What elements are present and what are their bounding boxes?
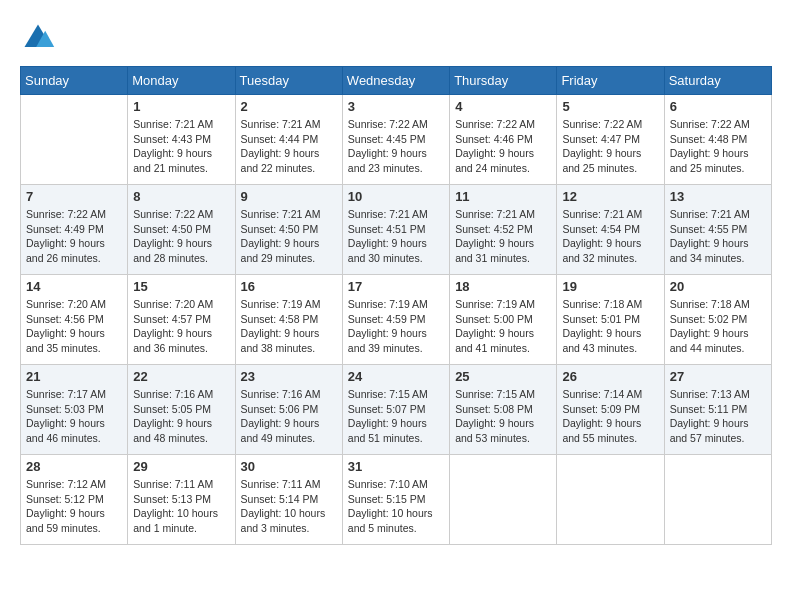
- calendar-cell: 17Sunrise: 7:19 AMSunset: 4:59 PMDayligh…: [342, 275, 449, 365]
- day-info: Sunrise: 7:19 AMSunset: 4:58 PMDaylight:…: [241, 297, 337, 356]
- day-info: Sunrise: 7:21 AMSunset: 4:44 PMDaylight:…: [241, 117, 337, 176]
- calendar-cell: 14Sunrise: 7:20 AMSunset: 4:56 PMDayligh…: [21, 275, 128, 365]
- calendar-header-sunday: Sunday: [21, 67, 128, 95]
- day-info: Sunrise: 7:14 AMSunset: 5:09 PMDaylight:…: [562, 387, 658, 446]
- day-number: 28: [26, 459, 122, 474]
- day-info: Sunrise: 7:19 AMSunset: 4:59 PMDaylight:…: [348, 297, 444, 356]
- day-info: Sunrise: 7:13 AMSunset: 5:11 PMDaylight:…: [670, 387, 766, 446]
- calendar-cell: 13Sunrise: 7:21 AMSunset: 4:55 PMDayligh…: [664, 185, 771, 275]
- day-number: 30: [241, 459, 337, 474]
- calendar-cell: 25Sunrise: 7:15 AMSunset: 5:08 PMDayligh…: [450, 365, 557, 455]
- calendar-table: SundayMondayTuesdayWednesdayThursdayFrid…: [20, 66, 772, 545]
- day-info: Sunrise: 7:20 AMSunset: 4:56 PMDaylight:…: [26, 297, 122, 356]
- day-info: Sunrise: 7:11 AMSunset: 5:13 PMDaylight:…: [133, 477, 229, 536]
- calendar-header-friday: Friday: [557, 67, 664, 95]
- day-number: 13: [670, 189, 766, 204]
- calendar-cell: 27Sunrise: 7:13 AMSunset: 5:11 PMDayligh…: [664, 365, 771, 455]
- day-number: 3: [348, 99, 444, 114]
- day-info: Sunrise: 7:15 AMSunset: 5:07 PMDaylight:…: [348, 387, 444, 446]
- day-number: 14: [26, 279, 122, 294]
- day-info: Sunrise: 7:21 AMSunset: 4:54 PMDaylight:…: [562, 207, 658, 266]
- day-number: 15: [133, 279, 229, 294]
- day-info: Sunrise: 7:11 AMSunset: 5:14 PMDaylight:…: [241, 477, 337, 536]
- day-number: 4: [455, 99, 551, 114]
- day-info: Sunrise: 7:22 AMSunset: 4:48 PMDaylight:…: [670, 117, 766, 176]
- day-info: Sunrise: 7:22 AMSunset: 4:49 PMDaylight:…: [26, 207, 122, 266]
- day-number: 5: [562, 99, 658, 114]
- day-number: 6: [670, 99, 766, 114]
- day-number: 8: [133, 189, 229, 204]
- day-info: Sunrise: 7:22 AMSunset: 4:50 PMDaylight:…: [133, 207, 229, 266]
- calendar-header-monday: Monday: [128, 67, 235, 95]
- calendar-header-saturday: Saturday: [664, 67, 771, 95]
- calendar-cell: 2Sunrise: 7:21 AMSunset: 4:44 PMDaylight…: [235, 95, 342, 185]
- day-number: 9: [241, 189, 337, 204]
- day-number: 27: [670, 369, 766, 384]
- calendar-cell: 11Sunrise: 7:21 AMSunset: 4:52 PMDayligh…: [450, 185, 557, 275]
- calendar-cell: [21, 95, 128, 185]
- calendar-cell: 1Sunrise: 7:21 AMSunset: 4:43 PMDaylight…: [128, 95, 235, 185]
- day-info: Sunrise: 7:21 AMSunset: 4:51 PMDaylight:…: [348, 207, 444, 266]
- day-info: Sunrise: 7:21 AMSunset: 4:52 PMDaylight:…: [455, 207, 551, 266]
- day-info: Sunrise: 7:19 AMSunset: 5:00 PMDaylight:…: [455, 297, 551, 356]
- day-info: Sunrise: 7:10 AMSunset: 5:15 PMDaylight:…: [348, 477, 444, 536]
- calendar-header-tuesday: Tuesday: [235, 67, 342, 95]
- calendar-cell: [557, 455, 664, 545]
- day-info: Sunrise: 7:21 AMSunset: 4:55 PMDaylight:…: [670, 207, 766, 266]
- calendar-cell: 15Sunrise: 7:20 AMSunset: 4:57 PMDayligh…: [128, 275, 235, 365]
- calendar-cell: 9Sunrise: 7:21 AMSunset: 4:50 PMDaylight…: [235, 185, 342, 275]
- calendar-cell: 28Sunrise: 7:12 AMSunset: 5:12 PMDayligh…: [21, 455, 128, 545]
- calendar-week-row: 1Sunrise: 7:21 AMSunset: 4:43 PMDaylight…: [21, 95, 772, 185]
- calendar-cell: 21Sunrise: 7:17 AMSunset: 5:03 PMDayligh…: [21, 365, 128, 455]
- page-header: [20, 20, 772, 56]
- calendar-cell: 30Sunrise: 7:11 AMSunset: 5:14 PMDayligh…: [235, 455, 342, 545]
- day-number: 11: [455, 189, 551, 204]
- day-info: Sunrise: 7:18 AMSunset: 5:02 PMDaylight:…: [670, 297, 766, 356]
- calendar-cell: 10Sunrise: 7:21 AMSunset: 4:51 PMDayligh…: [342, 185, 449, 275]
- day-info: Sunrise: 7:22 AMSunset: 4:47 PMDaylight:…: [562, 117, 658, 176]
- day-info: Sunrise: 7:16 AMSunset: 5:05 PMDaylight:…: [133, 387, 229, 446]
- day-info: Sunrise: 7:16 AMSunset: 5:06 PMDaylight:…: [241, 387, 337, 446]
- calendar-cell: 7Sunrise: 7:22 AMSunset: 4:49 PMDaylight…: [21, 185, 128, 275]
- logo: [20, 20, 62, 56]
- day-number: 31: [348, 459, 444, 474]
- calendar-cell: 31Sunrise: 7:10 AMSunset: 5:15 PMDayligh…: [342, 455, 449, 545]
- calendar-cell: [450, 455, 557, 545]
- calendar-cell: 22Sunrise: 7:16 AMSunset: 5:05 PMDayligh…: [128, 365, 235, 455]
- calendar-cell: 4Sunrise: 7:22 AMSunset: 4:46 PMDaylight…: [450, 95, 557, 185]
- day-number: 23: [241, 369, 337, 384]
- day-info: Sunrise: 7:20 AMSunset: 4:57 PMDaylight:…: [133, 297, 229, 356]
- calendar-header-thursday: Thursday: [450, 67, 557, 95]
- calendar-week-row: 14Sunrise: 7:20 AMSunset: 4:56 PMDayligh…: [21, 275, 772, 365]
- calendar-cell: 5Sunrise: 7:22 AMSunset: 4:47 PMDaylight…: [557, 95, 664, 185]
- day-info: Sunrise: 7:17 AMSunset: 5:03 PMDaylight:…: [26, 387, 122, 446]
- calendar-cell: 24Sunrise: 7:15 AMSunset: 5:07 PMDayligh…: [342, 365, 449, 455]
- calendar-cell: [664, 455, 771, 545]
- day-info: Sunrise: 7:21 AMSunset: 4:50 PMDaylight:…: [241, 207, 337, 266]
- day-number: 18: [455, 279, 551, 294]
- day-number: 1: [133, 99, 229, 114]
- day-info: Sunrise: 7:22 AMSunset: 4:45 PMDaylight:…: [348, 117, 444, 176]
- calendar-week-row: 7Sunrise: 7:22 AMSunset: 4:49 PMDaylight…: [21, 185, 772, 275]
- calendar-cell: 19Sunrise: 7:18 AMSunset: 5:01 PMDayligh…: [557, 275, 664, 365]
- day-info: Sunrise: 7:12 AMSunset: 5:12 PMDaylight:…: [26, 477, 122, 536]
- day-info: Sunrise: 7:22 AMSunset: 4:46 PMDaylight:…: [455, 117, 551, 176]
- calendar-cell: 23Sunrise: 7:16 AMSunset: 5:06 PMDayligh…: [235, 365, 342, 455]
- calendar-cell: 3Sunrise: 7:22 AMSunset: 4:45 PMDaylight…: [342, 95, 449, 185]
- day-number: 17: [348, 279, 444, 294]
- day-number: 22: [133, 369, 229, 384]
- calendar-cell: 29Sunrise: 7:11 AMSunset: 5:13 PMDayligh…: [128, 455, 235, 545]
- day-number: 20: [670, 279, 766, 294]
- calendar-week-row: 28Sunrise: 7:12 AMSunset: 5:12 PMDayligh…: [21, 455, 772, 545]
- day-number: 2: [241, 99, 337, 114]
- day-number: 29: [133, 459, 229, 474]
- day-info: Sunrise: 7:18 AMSunset: 5:01 PMDaylight:…: [562, 297, 658, 356]
- calendar-week-row: 21Sunrise: 7:17 AMSunset: 5:03 PMDayligh…: [21, 365, 772, 455]
- calendar-cell: 20Sunrise: 7:18 AMSunset: 5:02 PMDayligh…: [664, 275, 771, 365]
- calendar-cell: 6Sunrise: 7:22 AMSunset: 4:48 PMDaylight…: [664, 95, 771, 185]
- day-number: 21: [26, 369, 122, 384]
- calendar-header-wednesday: Wednesday: [342, 67, 449, 95]
- day-number: 12: [562, 189, 658, 204]
- day-number: 7: [26, 189, 122, 204]
- calendar-cell: 26Sunrise: 7:14 AMSunset: 5:09 PMDayligh…: [557, 365, 664, 455]
